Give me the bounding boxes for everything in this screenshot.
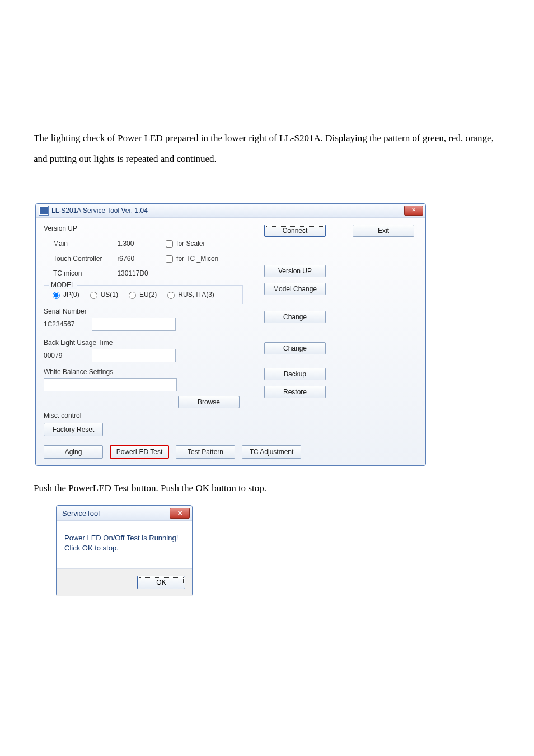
tcmicon-label: TC micon xyxy=(53,267,115,281)
exit-button[interactable]: Exit xyxy=(353,225,414,237)
for-scaler-checkbox[interactable]: for Scaler xyxy=(163,240,205,248)
model-legend: MODEL xyxy=(49,281,77,289)
model-radio-eu[interactable]: EU(2) xyxy=(126,290,157,299)
window-title: LL-S201A Service Tool Ver. 1.04 xyxy=(51,207,148,214)
serial-label: Serial Number xyxy=(44,307,418,315)
main-value: 1.300 xyxy=(116,237,161,251)
dialog-titlebar: ServiceTool ✕ xyxy=(57,506,192,521)
wbs-label: White Balance Settings xyxy=(44,368,418,376)
restore-button[interactable]: Restore xyxy=(264,386,326,398)
tc-adjustment-button[interactable]: TC Adjustment xyxy=(242,445,301,459)
browse-button[interactable]: Browse xyxy=(178,396,240,408)
intro-text: The lighting check of Power LED prepared… xyxy=(34,128,500,170)
dialog-line1: Power LED On/Off Test is Running! xyxy=(64,533,184,543)
wbs-path-input[interactable] xyxy=(44,378,177,391)
backlight-input[interactable] xyxy=(92,349,176,362)
version-table: Main 1.300 for Scaler Touch Controller r… xyxy=(51,236,233,282)
dialog-title: ServiceTool xyxy=(62,509,100,517)
main-label: Main xyxy=(53,237,115,251)
service-tool-dialog: ServiceTool ✕ Power LED On/Off Test is R… xyxy=(56,505,193,596)
dialog-line2: Click OK to stop. xyxy=(64,543,184,553)
dialog-close-icon[interactable]: ✕ xyxy=(170,508,190,519)
serial-change-button[interactable]: Change xyxy=(264,311,326,323)
touch-value: r6760 xyxy=(116,252,161,266)
mid-text: Push the PowerLED Test button. Push the … xyxy=(34,483,500,494)
factory-reset-button[interactable]: Factory Reset xyxy=(44,423,103,436)
tcmicon-value: 130117D0 xyxy=(116,267,161,281)
dialog-ok-button[interactable]: OK xyxy=(137,576,185,589)
test-pattern-button[interactable]: Test Pattern xyxy=(176,445,235,459)
close-icon[interactable]: ✕ xyxy=(404,206,423,216)
app-icon xyxy=(39,206,48,215)
backup-button[interactable]: Backup xyxy=(264,368,326,380)
model-radio-rus[interactable]: RUS, ITA(3) xyxy=(165,290,214,299)
model-fieldset: MODEL JP(0) US(1) EU(2) RUS, ITA(3) xyxy=(44,285,243,304)
service-tool-window: LL-S201A Service Tool Ver. 1.04 ✕ Connec… xyxy=(35,203,426,466)
for-tcmicon-checkbox[interactable]: for TC _Micon xyxy=(163,255,218,263)
connect-button[interactable]: Connect xyxy=(264,225,326,237)
model-change-button[interactable]: Model Change xyxy=(264,283,326,295)
backlight-value: 00079 xyxy=(44,352,82,360)
version-up-button[interactable]: Version UP xyxy=(264,265,326,277)
aging-button[interactable]: Aging xyxy=(44,445,103,459)
model-radio-us[interactable]: US(1) xyxy=(87,290,118,299)
serial-value: 1C234567 xyxy=(44,320,82,328)
misc-label: Misc. control xyxy=(44,412,418,419)
touch-label: Touch Controller xyxy=(53,252,115,266)
serial-input[interactable] xyxy=(92,318,176,331)
titlebar: LL-S201A Service Tool Ver. 1.04 ✕ xyxy=(36,204,425,218)
backlight-label: Back Light Usage Time xyxy=(44,339,418,347)
model-radio-jp[interactable]: JP(0) xyxy=(50,290,79,299)
powerled-test-button[interactable]: PowerLED Test xyxy=(110,445,169,459)
dialog-body: Power LED On/Off Test is Running! Click … xyxy=(57,521,192,568)
backlight-change-button[interactable]: Change xyxy=(264,342,326,354)
